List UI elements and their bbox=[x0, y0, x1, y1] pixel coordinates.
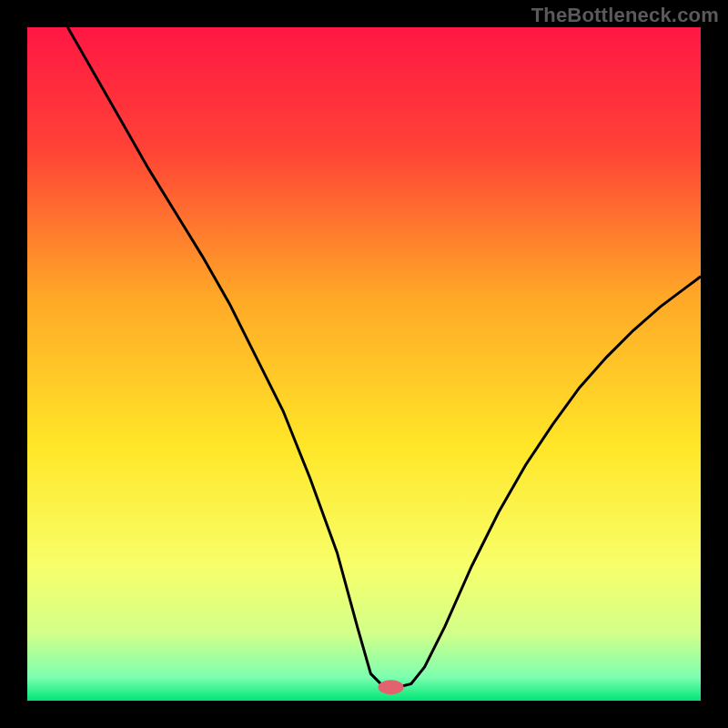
optimum-marker bbox=[379, 680, 404, 694]
chart-plot-area bbox=[27, 27, 701, 701]
chart-svg bbox=[27, 27, 701, 701]
watermark-text: TheBottleneck.com bbox=[531, 4, 719, 27]
chart-frame: TheBottleneck.com bbox=[0, 0, 728, 728]
